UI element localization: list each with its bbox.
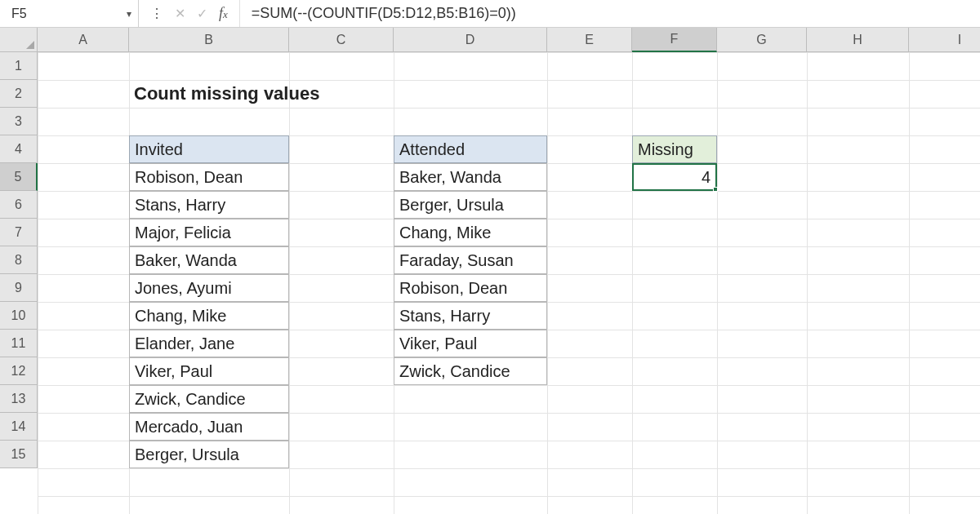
invited-cell[interactable]: Elander, Jane <box>129 330 289 357</box>
missing-header[interactable]: Missing <box>632 135 717 163</box>
invited-cell[interactable]: Jones, Ayumi <box>129 274 289 302</box>
row-header-5[interactable]: 5 <box>0 163 38 191</box>
formula-bar-buttons: ⋮ ✕ ✓ fx <box>139 0 240 27</box>
attended-cell[interactable]: Berger, Ursula <box>394 191 547 219</box>
column-header-I[interactable]: I <box>909 28 980 52</box>
enter-icon[interactable]: ✓ <box>197 6 207 21</box>
invited-cell[interactable]: Major, Felicia <box>129 219 289 246</box>
row-header-13[interactable]: 13 <box>0 385 38 413</box>
select-all-corner[interactable] <box>0 28 38 52</box>
attended-cell[interactable]: Chang, Mike <box>394 219 547 246</box>
spreadsheet-grid[interactable]: ABCDEFGHI 123456789101112131415 Count mi… <box>0 28 980 514</box>
name-box[interactable]: F5 ▾ <box>0 0 139 27</box>
fill-handle[interactable] <box>713 187 718 192</box>
missing-value[interactable]: 4 <box>632 163 717 191</box>
row-header-11[interactable]: 11 <box>0 330 38 357</box>
invited-cell[interactable]: Berger, Ursula <box>129 441 289 468</box>
invited-header[interactable]: Invited <box>129 135 289 163</box>
formula-text: =SUM(--(COUNTIF(D5:D12,B5:B16)=0)) <box>252 5 516 22</box>
row-header-15[interactable]: 15 <box>0 441 38 468</box>
attended-cell[interactable]: Faraday, Susan <box>394 246 547 274</box>
name-box-value: F5 <box>11 7 27 21</box>
invited-cell[interactable]: Stans, Harry <box>129 191 289 219</box>
row-header-6[interactable]: 6 <box>0 191 38 219</box>
column-header-E[interactable]: E <box>547 28 632 52</box>
row-header-2[interactable]: 2 <box>0 80 38 108</box>
attended-cell[interactable]: Robison, Dean <box>394 274 547 302</box>
row-header-4[interactable]: 4 <box>0 135 38 163</box>
attended-cell[interactable]: Stans, Harry <box>394 302 547 330</box>
row-header-9[interactable]: 9 <box>0 274 38 302</box>
chevron-down-icon[interactable]: ▾ <box>127 8 131 20</box>
fx-icon[interactable]: fx <box>219 5 228 22</box>
invited-cell[interactable]: Viker, Paul <box>129 357 289 385</box>
attended-cell[interactable]: Viker, Paul <box>394 330 547 357</box>
column-header-C[interactable]: C <box>289 28 394 52</box>
row-header-3[interactable]: 3 <box>0 108 38 135</box>
row-headers: 123456789101112131415 <box>0 52 38 468</box>
formula-bar: F5 ▾ ⋮ ✕ ✓ fx =SUM(--(COUNTIF(D5:D12,B5:… <box>0 0 980 28</box>
cancel-icon[interactable]: ✕ <box>175 6 185 21</box>
attended-header[interactable]: Attended <box>394 135 547 163</box>
page-title[interactable]: Count missing values <box>129 80 324 108</box>
ellipsis-icon[interactable]: ⋮ <box>150 6 163 21</box>
invited-cell[interactable]: Mercado, Juan <box>129 413 289 441</box>
column-header-B[interactable]: B <box>129 28 289 52</box>
column-header-F[interactable]: F <box>632 28 717 52</box>
column-header-A[interactable]: A <box>38 28 129 52</box>
row-header-10[interactable]: 10 <box>0 302 38 330</box>
cells-area[interactable]: Count missing valuesInvitedRobison, Dean… <box>38 52 980 514</box>
row-header-8[interactable]: 8 <box>0 246 38 274</box>
attended-cell[interactable]: Baker, Wanda <box>394 163 547 191</box>
attended-cell[interactable]: Zwick, Candice <box>394 357 547 385</box>
invited-cell[interactable]: Chang, Mike <box>129 302 289 330</box>
column-headers: ABCDEFGHI <box>38 28 980 52</box>
column-header-G[interactable]: G <box>717 28 807 52</box>
column-header-H[interactable]: H <box>807 28 909 52</box>
column-header-D[interactable]: D <box>394 28 547 52</box>
formula-input[interactable]: =SUM(--(COUNTIF(D5:D12,B5:B16)=0)) <box>240 0 980 27</box>
row-header-12[interactable]: 12 <box>0 357 38 385</box>
invited-cell[interactable]: Zwick, Candice <box>129 385 289 413</box>
row-header-7[interactable]: 7 <box>0 219 38 246</box>
row-header-1[interactable]: 1 <box>0 52 38 80</box>
invited-cell[interactable]: Baker, Wanda <box>129 246 289 274</box>
row-header-14[interactable]: 14 <box>0 413 38 441</box>
invited-cell[interactable]: Robison, Dean <box>129 163 289 191</box>
